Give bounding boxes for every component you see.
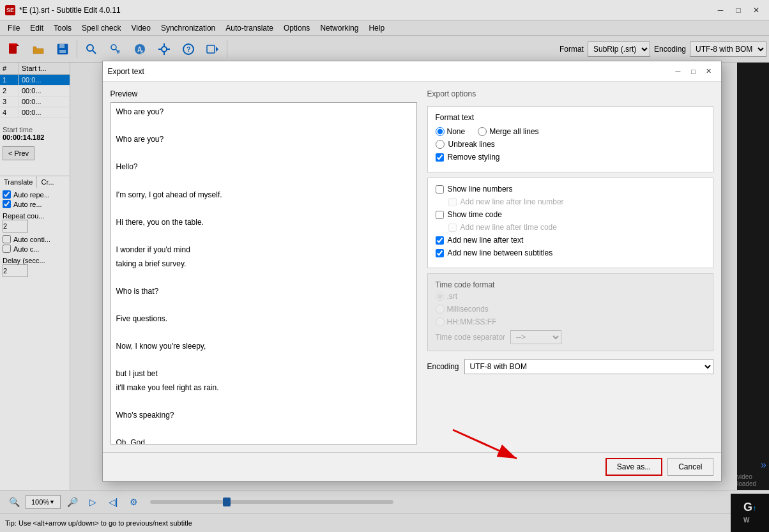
export-dialog: Export text ─ □ ✕ Preview Who are you? W… (102, 61, 722, 482)
encoding-row: Encoding UTF-8 with BOM (427, 359, 713, 374)
tc-ms-label: Milliseconds (447, 305, 489, 314)
remove-styling-label: Remove styling (448, 153, 500, 162)
tc-ms-row: Milliseconds (436, 305, 705, 314)
add-after-text-row: Add new line after text (436, 236, 705, 245)
encoding-select-dialog[interactable]: UTF-8 with BOM (464, 359, 713, 374)
remove-styling-check[interactable] (436, 153, 444, 162)
tc-hhmmssff-row: HH:MM:SS:FF (436, 317, 705, 326)
tc-hhmmssff-label: HH:MM:SS:FF (447, 317, 497, 326)
tc-hhmmssff-radio (436, 317, 445, 326)
preview-line-23 (114, 423, 414, 437)
format-text-group: Format text None Merge all lines (427, 106, 713, 172)
show-line-numbers-check[interactable] (436, 185, 444, 194)
radio-merge[interactable] (478, 127, 487, 136)
preview-line-6: I'm sorry, I got ahead of myself. (114, 188, 414, 202)
preview-line-14 (114, 298, 414, 312)
dialog-title-bar: Export text ─ □ ✕ (103, 61, 721, 82)
separator-row: Time code separator --> (436, 330, 705, 344)
preview-line-24: Oh, God. (114, 436, 414, 445)
radio-merge-label: Merge all lines (478, 127, 538, 136)
show-time-code-row: Show time code (436, 210, 705, 219)
radio-none[interactable] (436, 127, 445, 136)
unbreak-row: Unbreak lines (436, 140, 705, 149)
svg-line-24 (453, 430, 517, 459)
preview-line-2: Who are you? (114, 133, 414, 147)
tc-srt-radio (436, 292, 445, 301)
add-after-line-number-row: Add new line after line number (448, 197, 705, 206)
timecode-format-label: Time code format (436, 280, 705, 289)
preview-line-1 (114, 119, 414, 133)
preview-line-16 (114, 326, 414, 340)
add-after-time-code-check (448, 224, 457, 232)
app-window: SE *E (1).srt - Subtitle Edit 4.0.11 ─ □… (0, 0, 769, 532)
radio-merge-text: Merge all lines (489, 127, 538, 136)
preview-line-9 (114, 229, 414, 243)
tc-ms-radio (436, 305, 445, 314)
dialog-footer: Save as... Cancel (103, 452, 721, 481)
modal-overlay: Export text ─ □ ✕ Preview Who are you? W… (0, 0, 769, 532)
preview-panel: Preview Who are you? Who are you? Hello?… (110, 89, 417, 445)
add-after-time-code-label: Add new line after time code (461, 223, 557, 232)
format-text-label: Format text (436, 113, 705, 122)
add-after-text-label: Add new line after text (448, 236, 524, 245)
dialog-close-btn[interactable]: ✕ (702, 66, 716, 77)
radio-none-text: None (447, 127, 466, 136)
add-after-time-code-row: Add new line after time code (448, 223, 705, 232)
format-radio-row: None Merge all lines (436, 127, 705, 136)
preview-line-8: Hi there, you on the table. (114, 216, 414, 230)
show-line-numbers-row: Show line numbers (436, 185, 705, 194)
preview-line-22: Who's speaking? (114, 409, 414, 423)
preview-line-18 (114, 354, 414, 368)
tc-srt-label: .srt (447, 292, 458, 301)
show-time-code-label: Show time code (448, 210, 502, 219)
dialog-title-controls: ─ □ ✕ (671, 66, 716, 77)
preview-line-21 (114, 395, 414, 409)
preview-line-19: but I just bet (114, 367, 414, 381)
preview-line-7 (114, 202, 414, 216)
dialog-maximize-btn[interactable]: □ (687, 66, 701, 77)
radio-none-label: None (436, 127, 466, 136)
show-line-numbers-label: Show line numbers (448, 185, 513, 194)
red-arrow-annotation (440, 423, 542, 475)
export-options-label: Export options (427, 89, 713, 98)
preview-line-12 (114, 271, 414, 285)
add-between-subtitles-check[interactable] (436, 249, 444, 257)
preview-line-3 (114, 147, 414, 161)
encoding-label: Encoding (427, 362, 459, 371)
add-between-subtitles-label: Add new line between subtitles (448, 248, 553, 257)
unbreak-label: Unbreak lines (448, 140, 495, 149)
preview-line-13: Who is that? (114, 285, 414, 299)
add-between-subtitles-row: Add new line between subtitles (436, 248, 705, 257)
save-as-button[interactable]: Save as... (605, 458, 662, 476)
separator-select: --> (510, 330, 561, 344)
dialog-minimize-btn[interactable]: ─ (671, 66, 685, 77)
radio-unbreak[interactable] (436, 140, 445, 149)
preview-line-17: Now, I know you're sleepy, (114, 340, 414, 354)
preview-text-area[interactable]: Who are you? Who are you? Hello? I'm sor… (110, 102, 417, 445)
remove-styling-row: Remove styling (436, 153, 705, 162)
add-after-text-check[interactable] (436, 236, 444, 245)
preview-line-15: Five questions. (114, 312, 414, 326)
preview-line-20: it'll make you feel right as rain. (114, 381, 414, 395)
preview-line-10: I wonder if you'd mind (114, 243, 414, 257)
preview-line-5 (114, 174, 414, 188)
dialog-body: Preview Who are you? Who are you? Hello?… (103, 82, 721, 452)
add-after-line-number-check (448, 198, 457, 206)
export-options-panel: Export options Format text None Merge al… (427, 89, 713, 445)
separator-label: Time code separator (436, 333, 506, 342)
cancel-button[interactable]: Cancel (667, 458, 713, 476)
preview-line-0: Who are you? (114, 105, 414, 119)
dialog-title: Export text (108, 67, 144, 76)
line-numbers-group: Show line numbers Add new line after lin… (427, 178, 713, 268)
preview-line-4: Hello? (114, 160, 414, 174)
preview-line-11: taking a brief survey. (114, 257, 414, 271)
add-after-line-number-label: Add new line after line number (461, 197, 564, 206)
show-time-code-check[interactable] (436, 211, 444, 219)
preview-label: Preview (110, 89, 417, 98)
timecode-group: Time code format .srt Milliseconds HH:MM… (427, 273, 713, 351)
tc-srt-row: .srt (436, 292, 705, 301)
